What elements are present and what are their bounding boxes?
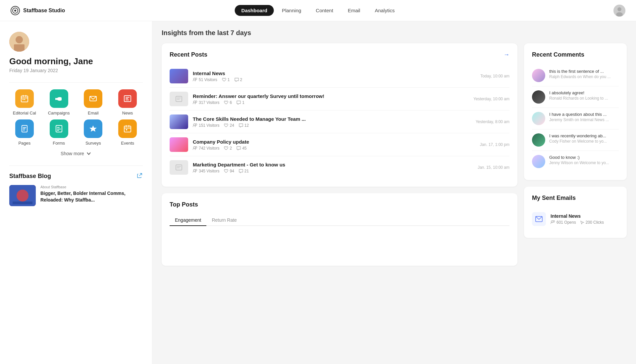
comment-body: I was recently wondering ab... Cody Fish… [549,133,607,147]
post-name: Reminder: Answer our quarterly Survey un… [193,93,469,99]
recent-posts-title: Recent Posts [170,51,207,58]
post-item[interactable]: Internal News 51 Visitors 1 [170,65,509,88]
blog-card[interactable]: About Staffbase Bigger, Better, Bolder I… [9,185,143,206]
post-meta: 317 Visitors 6 1 [193,100,469,105]
logo-icon [11,6,20,15]
shortcut-label: Campaigns [48,111,70,115]
post-visitors: 51 Visitors [193,77,217,82]
post-item[interactable]: The Core Skills Needed to Manage Your Te… [170,111,509,133]
shortcut-campaigns[interactable]: Campaigns [44,89,74,115]
post-name: The Core Skills Needed to Manage Your Te… [193,116,471,122]
shortcut-email[interactable]: Email [78,89,109,115]
app-logo[interactable]: Staffbase Studio [11,6,65,15]
news-icon [118,89,137,108]
nav-center: Dashboard Planning Content Email Analyti… [235,5,401,16]
post-item[interactable]: Marketing Department - Get to know us 34… [170,156,509,179]
post-time: Yesterday, 10:00 am [473,97,509,101]
shortcut-forms[interactable]: Forms [44,119,74,146]
svg-rect-32 [129,125,129,127]
show-more-btn[interactable]: Show more [9,151,143,156]
post-thumbnail [170,92,188,106]
nav-planning[interactable]: Planning [275,5,308,16]
svg-rect-19 [126,98,128,99]
post-time: Yesterday, 8:00 am [476,119,509,124]
svg-rect-13 [23,99,24,100]
svg-rect-14 [24,99,25,100]
nav-analytics[interactable]: Analytics [368,5,401,16]
comment-item[interactable]: I have a question about this ... Jeremy … [532,108,619,129]
svg-point-6 [16,36,23,43]
blog-title: Staffbase Blog [9,173,51,180]
shortcut-pages[interactable]: Pages [9,119,40,146]
blog-thumbnail [9,185,36,206]
post-comments: 45 [237,146,246,151]
svg-rect-24 [23,130,25,130]
surveys-icon [84,119,102,138]
events-icon [118,119,137,138]
svg-marker-29 [89,125,97,132]
post-info: Company Policy update 742 Visitors 2 [193,139,475,151]
shortcut-editorial-cal[interactable]: Editorial Cal [9,89,40,115]
comment-item[interactable]: this is the first sentence of ... Ralph … [532,65,619,86]
my-sent-emails-title: My Sent Emails [532,195,576,202]
svg-rect-27 [57,129,61,129]
user-avatar-btn[interactable] [613,5,625,17]
shortcut-label: Pages [18,141,30,146]
post-item[interactable]: Reminder: Answer our quarterly Survey un… [170,88,509,111]
content-columns: Recent Posts → Internal News 51 Visitors [162,43,627,266]
svg-rect-41 [177,98,181,98]
post-name: Internal News [193,70,476,76]
comment-text: I was recently wondering ab... [549,133,607,138]
post-likes: 6 [224,100,232,105]
post-visitors: 742 Visitors [193,146,219,151]
main-column: Recent Posts → Internal News 51 Visitors [162,43,517,266]
top-posts-title: Top Posts [170,201,198,208]
shortcut-events[interactable]: Events [112,119,143,146]
post-thumbnail [170,137,188,152]
shortcut-label: Editorial Cal [13,111,36,115]
nav-dashboard[interactable]: Dashboard [235,5,274,16]
comment-avatar [532,155,545,168]
top-posts-content [170,231,509,258]
post-name: Company Policy update [193,139,475,145]
comment-text: Good to know :) [549,155,609,160]
svg-rect-22 [23,127,26,128]
tab-return-rate[interactable]: Return Rate [206,215,242,226]
svg-rect-10 [23,95,24,97]
comment-meta: Jenny Wilson on Welcome to yo... [549,160,609,165]
post-comments: 12 [239,123,249,128]
svg-rect-18 [126,97,130,98]
svg-rect-42 [177,99,180,100]
shortcut-surveys[interactable]: Surveys [78,119,109,146]
main-layout: Good morning, Jane Friday 19 January 202… [0,21,636,364]
svg-rect-37 [13,202,32,204]
shortcut-label: Surveys [85,141,101,146]
post-info: Marketing Department - Get to know us 34… [193,162,473,173]
post-item[interactable]: Company Policy update 742 Visitors 2 [170,133,509,156]
nav-email[interactable]: Email [341,5,367,16]
svg-rect-15 [55,98,57,100]
comment-item[interactable]: Good to know :) Jenny Wilson on Welcome … [532,151,619,172]
post-comments: 21 [239,169,249,173]
external-link-icon[interactable] [137,172,143,180]
post-comments: 2 [235,77,242,82]
shortcut-label: Forms [53,141,65,146]
shortcut-label: Events [121,141,134,146]
svg-rect-20 [126,100,129,100]
shortcut-news[interactable]: News [112,89,143,115]
sidebar: Good morning, Jane Friday 19 January 202… [0,21,152,364]
post-thumbnail [170,114,188,129]
email-item[interactable]: Internal News 601 Opens 200 Clicks [532,208,619,230]
svg-rect-50 [177,166,181,167]
recent-posts-link[interactable]: → [504,51,509,58]
content-area: Insights from the last 7 days Recent Pos… [152,21,636,364]
post-likes: 2 [224,146,232,151]
svg-rect-31 [126,125,127,127]
tab-engagement[interactable]: Engagement [170,215,206,226]
nav-content[interactable]: Content [309,5,340,16]
shortcut-label: Email [88,111,99,115]
top-posts-card: Top Posts Engagement Return Rate [162,193,517,266]
editorial-cal-icon [15,89,34,108]
comment-item[interactable]: I absolutely agree! Ronald Richards on L… [532,86,619,108]
comment-item[interactable]: I was recently wondering ab... Cody Fish… [532,129,619,151]
